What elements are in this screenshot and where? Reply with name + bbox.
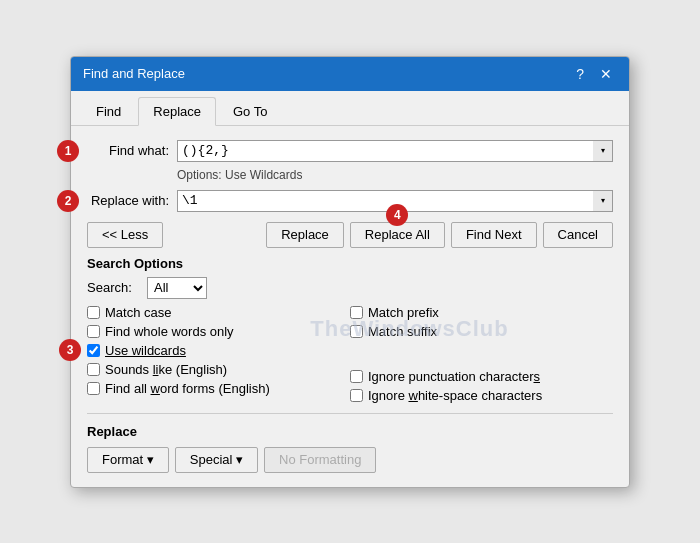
match-case-label[interactable]: Match case (105, 305, 171, 320)
badge-2: 2 (57, 190, 79, 212)
search-row: Search: All Up Down (87, 277, 613, 299)
no-formatting-button[interactable]: No Formatting (264, 447, 376, 473)
ignore-punct-label[interactable]: Ignore punctuation characters (368, 369, 540, 384)
use-wildcards-label[interactable]: Use wildcards (105, 343, 186, 358)
check-ignore-space: Ignore white-space characters (350, 388, 613, 403)
less-button[interactable]: << Less (87, 222, 163, 248)
replace-section-label: Replace (87, 424, 613, 439)
word-forms-label[interactable]: Find all word forms (English) (105, 381, 270, 396)
special-button[interactable]: Special ▾ (175, 447, 258, 473)
word-forms-checkbox[interactable] (87, 382, 100, 395)
search-label: Search: (87, 280, 147, 295)
dialog-content: 1 Find what: ▾ Options: Use Wildcards 2 … (71, 126, 629, 487)
help-button[interactable]: ? (571, 65, 589, 83)
check-match-case: Match case (87, 305, 350, 320)
ignore-space-label[interactable]: Ignore white-space characters (368, 388, 542, 403)
find-what-dropdown[interactable]: ▾ (593, 140, 613, 162)
match-prefix-label[interactable]: Match prefix (368, 305, 439, 320)
match-suffix-checkbox[interactable] (350, 325, 363, 338)
divider (87, 413, 613, 414)
right-options-col: Match prefix Match suffix Ignore punctua… (350, 305, 613, 403)
replace-section: Replace Format ▾ Special ▾ No Formatting (87, 424, 613, 473)
badge-4: 4 (386, 204, 408, 226)
find-replace-dialog: Find and Replace ? ✕ Find Replace Go To … (70, 56, 630, 488)
replace-button[interactable]: Replace (266, 222, 344, 248)
badge-3: 3 (59, 339, 81, 361)
ignore-space-checkbox[interactable] (350, 389, 363, 402)
options-line: Options: Use Wildcards (177, 168, 613, 182)
cancel-button[interactable]: Cancel (543, 222, 613, 248)
tab-replace[interactable]: Replace (138, 97, 216, 126)
check-ignore-punct: Ignore punctuation characters (350, 369, 613, 384)
whole-words-label[interactable]: Find whole words only (105, 324, 234, 339)
search-select[interactable]: All Up Down (147, 277, 207, 299)
replace-with-label: Replace with: (87, 193, 177, 208)
title-controls: ? ✕ (571, 65, 617, 83)
dialog-title: Find and Replace (83, 66, 185, 81)
use-wildcards-checkbox[interactable] (87, 344, 100, 357)
action-buttons-row: << Less Replace 4 Replace All Find Next … (87, 222, 613, 248)
tab-goto[interactable]: Go To (218, 97, 282, 125)
find-what-label: Find what: (87, 143, 177, 158)
replace-with-row: 2 Replace with: ▾ (87, 190, 613, 212)
checkboxes-grid: Match case Find whole words only 3 Use w… (87, 305, 613, 403)
search-options-label: Search Options (87, 256, 613, 271)
match-case-checkbox[interactable] (87, 306, 100, 319)
find-what-row: 1 Find what: ▾ (87, 140, 613, 162)
check-match-suffix: Match suffix (350, 324, 613, 339)
replace-buttons: Format ▾ Special ▾ No Formatting (87, 447, 613, 473)
find-next-button[interactable]: Find Next (451, 222, 537, 248)
badge-1: 1 (57, 140, 79, 162)
sounds-like-checkbox[interactable] (87, 363, 100, 376)
tab-find[interactable]: Find (81, 97, 136, 125)
check-whole-words: Find whole words only (87, 324, 350, 339)
replace-with-dropdown[interactable]: ▾ (593, 190, 613, 212)
close-button[interactable]: ✕ (595, 65, 617, 83)
title-bar: Find and Replace ? ✕ (71, 57, 629, 91)
check-sounds-like: Sounds like (English) (87, 362, 350, 377)
whole-words-checkbox[interactable] (87, 325, 100, 338)
find-what-input[interactable] (177, 140, 613, 162)
sounds-like-label[interactable]: Sounds like (English) (105, 362, 227, 377)
format-button[interactable]: Format ▾ (87, 447, 169, 473)
left-options-col: Match case Find whole words only 3 Use w… (87, 305, 350, 403)
tab-bar: Find Replace Go To (71, 91, 629, 126)
replace-all-wrap: 4 Replace All (350, 222, 445, 248)
match-prefix-checkbox[interactable] (350, 306, 363, 319)
check-use-wildcards: 3 Use wildcards (87, 343, 350, 358)
search-options-section: Search Options Search: All Up Down TheWi… (87, 256, 613, 403)
find-what-input-wrap: ▾ (177, 140, 613, 162)
ignore-punct-checkbox[interactable] (350, 370, 363, 383)
check-word-forms: Find all word forms (English) (87, 381, 350, 396)
match-suffix-label[interactable]: Match suffix (368, 324, 437, 339)
check-match-prefix: Match prefix (350, 305, 613, 320)
